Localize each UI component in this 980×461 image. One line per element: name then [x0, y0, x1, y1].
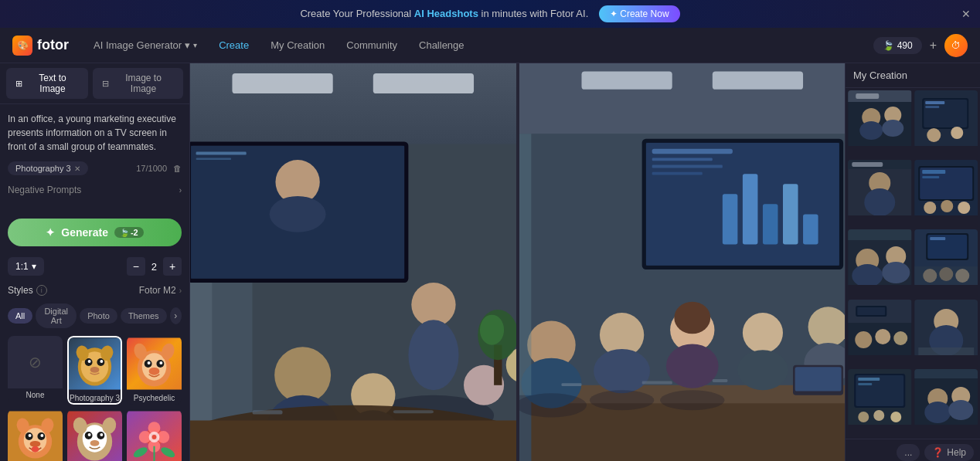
banner-close-icon[interactable]: ✕ [961, 8, 971, 20]
delete-icon[interactable]: 🗑 [173, 164, 182, 173]
svg-rect-86 [253, 410, 283, 414]
svg-point-25 [29, 434, 32, 437]
model-label: Fotor M2 [139, 285, 176, 296]
logo[interactable]: 🎨 fotor [12, 36, 69, 56]
tab-text-to-image[interactable]: ⊞ Text to Image [6, 68, 88, 99]
generate-cost: -2 [131, 228, 138, 237]
styles-model-selector[interactable]: Fotor M2 › [139, 285, 182, 296]
style-thumb-photography3 [67, 336, 122, 392]
svg-rect-54 [232, 73, 332, 93]
style-card-photography3[interactable]: Photography 3 [67, 336, 122, 405]
user-avatar[interactable]: ⏱ [944, 34, 968, 57]
style-tag-remove-button[interactable]: ✕ [74, 164, 80, 173]
svg-point-160 [958, 202, 970, 214]
thumbnail-item-1[interactable] [848, 90, 912, 158]
banner-cta-button[interactable]: ✦ Create Now [599, 5, 680, 22]
svg-rect-199 [914, 369, 978, 378]
filter-btn-digital-art[interactable]: Digital Art [36, 303, 77, 328]
header: 🎨 fotor AI Image Generator ▾ Create My C… [0, 28, 980, 63]
generate-cost-badge: 🍃 -2 [114, 227, 144, 238]
svg-point-192 [873, 410, 884, 421]
count-increase-button[interactable]: + [163, 257, 182, 276]
thumbnail-item-6[interactable] [914, 229, 978, 297]
svg-point-114 [594, 349, 650, 393]
step-indicator: 17/1000 [136, 164, 167, 173]
prompt-area[interactable]: In an office, a young marketing executiv… [0, 104, 189, 206]
thumbnail-item-3[interactable] [848, 160, 912, 227]
svg-point-26 [40, 434, 43, 437]
credits-plus-button[interactable]: + [930, 39, 937, 53]
credits-value: 490 [897, 40, 913, 51]
negative-prompt-label: Negative Prompts [8, 185, 81, 195]
svg-rect-102 [652, 165, 722, 168]
nav-item-community[interactable]: Community [343, 36, 400, 54]
filter-btn-themes[interactable]: Themes [121, 308, 167, 324]
generate-button[interactable]: ✦ Generate 🍃 -2 [8, 219, 182, 246]
svg-point-147 [951, 127, 963, 139]
generated-image-1[interactable] [190, 63, 516, 461]
svg-rect-185 [918, 347, 974, 355]
svg-point-119 [737, 350, 788, 390]
svg-point-27 [30, 441, 41, 447]
style-card-art-oils[interactable]: Art Oils [67, 409, 122, 461]
style-card-digital-art[interactable]: Digital Art [8, 409, 63, 461]
thumbnail-item-2[interactable] [914, 90, 978, 158]
svg-point-71 [270, 196, 326, 232]
prompt-text[interactable]: In an office, a young marketing executiv… [8, 112, 182, 158]
svg-point-9 [99, 344, 114, 362]
svg-rect-94 [712, 71, 802, 89]
thumbnail-item-4[interactable] [914, 160, 978, 227]
style-card-psychedelic[interactable]: Psychedelic [127, 336, 182, 405]
style-card-tattoo[interactable]: Tattoo [127, 409, 182, 461]
thumbnail-item-9[interactable] [848, 369, 912, 436]
svg-rect-87 [393, 410, 434, 413]
svg-point-76 [408, 320, 458, 390]
count-decrease-button[interactable]: − [127, 257, 145, 276]
style-thumb-tattoo [127, 409, 182, 461]
thumbnail-item-8[interactable] [914, 300, 978, 367]
style-card-photography3-label: Photography 3 [67, 392, 122, 405]
filter-btn-photo[interactable]: Photo [80, 308, 117, 324]
svg-point-6 [100, 360, 103, 363]
svg-rect-73 [196, 158, 232, 160]
svg-point-198 [948, 400, 973, 420]
filter-btn-all[interactable]: All [8, 308, 32, 324]
svg-rect-156 [922, 170, 945, 174]
more-dots-button[interactable]: ... [897, 444, 920, 461]
styles-info-icon[interactable]: i [36, 285, 47, 296]
nav-item-challenge[interactable]: Challenge [416, 36, 468, 54]
thumbnail-item-10[interactable] [914, 369, 978, 436]
top-banner: Create Your Professional AI Headshots in… [0, 0, 980, 28]
svg-rect-145 [925, 106, 939, 108]
negative-prompt-row[interactable]: Negative Prompts › [8, 178, 182, 198]
nav-item-create[interactable]: Create [216, 36, 252, 54]
aspect-ratio-selector[interactable]: 1:1 ▾ [8, 257, 44, 276]
style-grid: ⊘ None [0, 331, 189, 461]
model-arrow-icon: › [179, 286, 182, 295]
thumbnail-item-7[interactable] [848, 300, 912, 367]
svg-point-196 [924, 402, 951, 423]
sparkle-icon: ✦ [46, 226, 55, 239]
nav-item-my-creation[interactable]: My Creation [267, 36, 328, 54]
generated-image-2[interactable] [519, 63, 846, 461]
nav-item-ai-image-generator[interactable]: AI Image Generator ▾ [90, 36, 200, 54]
office-scene-svg-2 [519, 63, 846, 461]
svg-rect-189 [858, 378, 880, 381]
svg-point-136 [859, 121, 883, 140]
style-card-psychedelic-label: Psychedelic [127, 392, 182, 405]
svg-point-3 [85, 358, 93, 366]
style-card-none-label: None [8, 388, 63, 402]
generated-images [190, 63, 845, 461]
thumb-svg-1 [848, 90, 912, 146]
help-button[interactable]: ❓ Help [924, 444, 974, 461]
svg-point-159 [941, 200, 953, 212]
tab-image-to-image[interactable]: ⊟ Image to Image [93, 68, 183, 99]
svg-rect-174 [914, 266, 978, 285]
filter-next-button[interactable]: › [170, 307, 182, 324]
thumbnail-item-5[interactable] [848, 229, 912, 297]
svg-rect-157 [922, 176, 939, 178]
style-card-none[interactable]: ⊘ None [8, 336, 63, 405]
help-icon: ❓ [932, 447, 944, 458]
svg-rect-107 [783, 184, 798, 244]
sidebar: ⊞ Text to Image ⊟ Image to Image In an o… [0, 63, 190, 461]
